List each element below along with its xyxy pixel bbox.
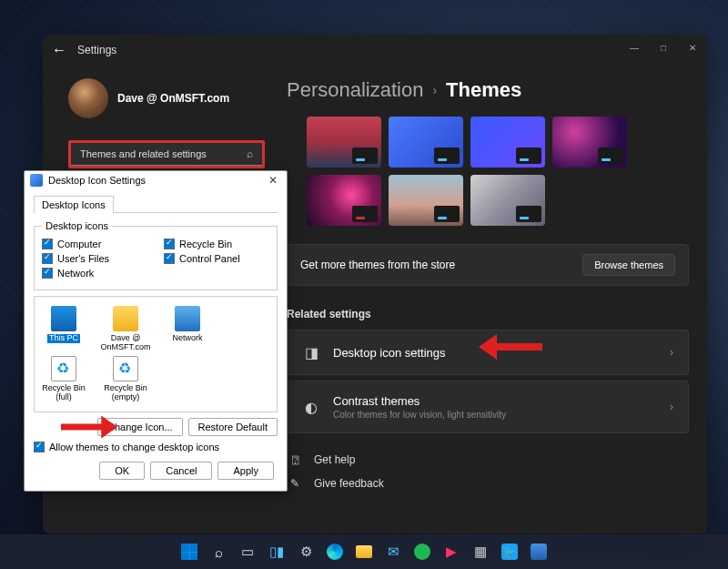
checkbox-icon (164, 253, 175, 264)
profile-name: Dave @ OnMSFT.com (117, 92, 229, 105)
dialog-title: Desktop Icon Settings (48, 175, 259, 186)
dialog-titlebar[interactable]: Desktop Icon Settings ✕ (25, 171, 287, 189)
desktop-icon-icon: ◨ (302, 343, 320, 361)
minimize-button[interactable]: — (620, 35, 649, 60)
settings-header: ← Settings (43, 35, 707, 66)
theme-thumbnail[interactable] (307, 117, 381, 168)
theme-thumbnail[interactable] (389, 175, 463, 226)
search-icon: ⌕ (247, 147, 253, 160)
search-text: Themes and related settings (80, 148, 207, 159)
chevron-right-icon: › (432, 83, 437, 97)
icon-network[interactable]: Network (164, 306, 211, 352)
app-title: Settings (77, 44, 116, 56)
breadcrumb-themes: Themes (446, 78, 521, 102)
twitter-icon[interactable]: 🐦 (497, 539, 522, 564)
related-settings-header: Related settings (287, 308, 689, 320)
check-control-panel[interactable]: Control Panel (164, 253, 269, 264)
theme-grid (307, 117, 689, 226)
restore-default-button[interactable]: Restore Default (188, 418, 278, 436)
apply-button[interactable]: Apply (217, 462, 274, 480)
checkbox-icon (42, 239, 53, 249)
icon-preview-box: This PC Dave @ OnMSFT.com Network Recycl… (34, 296, 278, 412)
give-feedback-link[interactable]: ✎ Give feedback (287, 472, 689, 495)
profile-block[interactable]: Dave @ OnMSFT.com (68, 78, 265, 118)
store-prompt-text: Get more themes from the store (300, 259, 455, 271)
theme-thumbnail[interactable] (552, 117, 627, 168)
start-button[interactable] (177, 539, 202, 564)
desktop-icons-fieldset: Desktop icons Computer User's Files Netw… (34, 220, 278, 290)
app-icon[interactable] (526, 539, 551, 564)
icon-user-folder[interactable]: Dave @ OnMSFT.com (102, 306, 149, 352)
contrast-desc: Color themes for low vision, light sensi… (333, 410, 657, 420)
theme-thumbnail[interactable] (470, 117, 545, 168)
window-controls: — □ ✕ (620, 35, 707, 60)
play-icon[interactable]: ▶ (439, 539, 464, 564)
contrast-icon: ◐ (302, 398, 320, 416)
chevron-right-icon: › (670, 346, 673, 359)
feedback-label: Give feedback (314, 477, 384, 490)
dialog-close-button[interactable]: ✕ (265, 174, 281, 187)
theme-thumbnail[interactable] (470, 175, 545, 226)
spotify-icon[interactable] (410, 539, 435, 564)
edge-icon[interactable] (322, 539, 348, 564)
help-icon: ⍰ (287, 453, 303, 466)
breadcrumb: Personalization › Themes (287, 78, 689, 102)
ok-button[interactable]: OK (99, 462, 145, 480)
desktop-icon-settings-row[interactable]: ◨ Desktop icon settings › (287, 330, 689, 375)
widgets-icon[interactable]: ▯▮ (264, 539, 289, 564)
explorer-icon[interactable] (351, 539, 377, 564)
icon-recycle-bin-empty[interactable]: Recycle Bin (empty) (102, 356, 149, 402)
theme-thumbnail[interactable] (307, 175, 381, 226)
settings-content: Personalization › Themes Get more themes… (287, 66, 689, 495)
search-taskbar-icon[interactable]: ⌕ (206, 539, 231, 564)
annotation-arrow-icon (479, 334, 542, 360)
avatar (68, 78, 108, 118)
cancel-button[interactable]: Cancel (150, 462, 212, 480)
annotation-arrow-icon (61, 414, 117, 440)
check-computer[interactable]: Computer (42, 239, 147, 249)
check-users-files[interactable]: User's Files (42, 253, 147, 264)
chevron-right-icon: › (670, 401, 673, 413)
checkbox-icon (34, 442, 45, 452)
browse-themes-button[interactable]: Browse themes (582, 254, 675, 276)
task-view-icon[interactable]: ▭ (235, 539, 260, 564)
contrast-themes-row[interactable]: ◐ Contrast themes Color themes for low v… (287, 381, 689, 433)
get-help-link[interactable]: ⍰ Get help (287, 448, 689, 472)
check-network[interactable]: Network (42, 268, 147, 279)
checkbox-icon (42, 253, 53, 264)
allow-themes-label: Allow themes to change desktop icons (49, 442, 219, 452)
desktop-icon-settings-dialog: Desktop Icon Settings ✕ Desktop Icons De… (24, 170, 288, 492)
help-links: ⍰ Get help ✎ Give feedback (287, 448, 689, 495)
dialog-tabs: Desktop Icons (34, 195, 278, 213)
checkbox-icon (42, 268, 53, 279)
search-input[interactable]: Themes and related settings ⌕ (71, 143, 262, 166)
checkbox-icon (164, 239, 175, 249)
contrast-title: Contrast themes (333, 394, 657, 408)
settings-taskbar-icon[interactable]: ⚙ (293, 539, 318, 564)
taskbar: ⌕ ▭ ▯▮ ⚙ ✉ ▶ ▦ 🐦 (0, 534, 728, 569)
store-prompt-row: Get more themes from the store Browse th… (287, 244, 689, 286)
search-box-highlight: Themes and related settings ⌕ (68, 140, 265, 168)
back-arrow-icon[interactable]: ← (52, 42, 66, 58)
mail-icon[interactable]: ✉ (380, 539, 406, 564)
breadcrumb-personalization[interactable]: Personalization (287, 78, 423, 102)
get-help-label: Get help (314, 453, 355, 466)
tab-desktop-icons[interactable]: Desktop Icons (34, 196, 114, 213)
check-recycle-bin[interactable]: Recycle Bin (164, 239, 269, 249)
dialog-app-icon (30, 174, 43, 187)
fieldset-legend: Desktop icons (42, 220, 112, 231)
maximize-button[interactable]: □ (649, 35, 678, 60)
close-button[interactable]: ✕ (678, 35, 707, 60)
icon-recycle-bin-full[interactable]: Recycle Bin (full) (40, 356, 87, 402)
feedback-icon: ✎ (287, 477, 303, 490)
theme-thumbnail[interactable] (389, 117, 463, 168)
allow-themes-checkbox[interactable]: Allow themes to change desktop icons (34, 442, 278, 452)
icon-this-pc[interactable]: This PC (40, 306, 87, 352)
calendar-icon[interactable]: ▦ (468, 539, 493, 564)
